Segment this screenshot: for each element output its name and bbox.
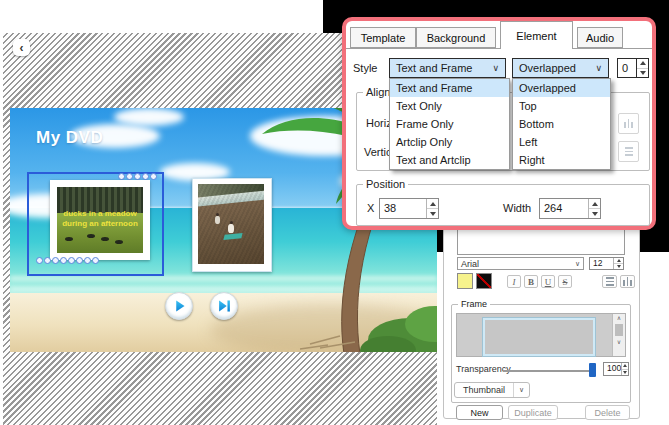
arrow-down-icon	[640, 71, 646, 75]
tab-audio[interactable]: Audio	[577, 27, 623, 48]
option-text-only[interactable]: Text Only	[390, 97, 509, 115]
distribute-vertical-icon	[625, 147, 633, 156]
back-button[interactable]: ‹	[13, 39, 30, 56]
arrow-down-icon	[430, 212, 436, 216]
dvd-menu-title: My DVD	[36, 128, 103, 148]
video-thumbnail-2[interactable]	[192, 178, 272, 272]
style-type-select[interactable]: Text and Frame ∨	[389, 58, 506, 78]
width-value: 264	[540, 199, 588, 218]
spinner-down-button[interactable]	[622, 370, 628, 376]
option-text-and-artclip[interactable]: Text and Artclip	[390, 151, 509, 169]
transparency-label: Transparency	[456, 364, 511, 374]
spinner-up-button[interactable]	[589, 199, 600, 209]
spinner-down-button[interactable]	[589, 209, 600, 218]
scroll-up-icon[interactable]: ∧	[617, 314, 621, 322]
thumbnail-1-image: ducks in a meadow during an afternoon	[57, 187, 143, 253]
arrow-down-icon	[623, 371, 627, 374]
width-spinner[interactable]: 264	[539, 198, 601, 219]
underline-button[interactable]: U	[541, 275, 555, 288]
char-spacing-button[interactable]	[620, 275, 635, 288]
option-bottom[interactable]: Bottom	[513, 115, 610, 133]
char-spacing-icon	[623, 277, 632, 286]
thumbnail-dropdown-button[interactable]: Thumbnail ∨	[454, 382, 530, 398]
duck	[65, 237, 73, 241]
tab-element[interactable]: Element	[500, 21, 573, 49]
delete-button[interactable]: Delete	[585, 405, 630, 420]
new-button[interactable]: New	[456, 405, 503, 420]
frame-style-list[interactable]: ∧ ∨	[456, 313, 626, 357]
style-layout-select[interactable]: Overlapped ∨	[512, 58, 609, 78]
transparency-slider[interactable]	[503, 370, 593, 372]
chevron-down-icon: ∨	[513, 383, 529, 397]
spinner-down-button[interactable]	[427, 209, 438, 218]
ornament-dot	[84, 257, 91, 264]
arrow-up-icon	[592, 202, 598, 206]
option-right[interactable]: Right	[513, 151, 610, 169]
ornament-dot	[118, 173, 125, 180]
ornament-dot	[150, 173, 157, 180]
play-button[interactable]	[165, 292, 193, 320]
ornament-dot	[142, 173, 149, 180]
style-number-value: 0	[618, 59, 636, 77]
width-label: Width	[503, 202, 531, 214]
option-text-and-frame[interactable]: Text and Frame	[390, 79, 509, 97]
ornament-dot	[68, 257, 75, 264]
strikethrough-button[interactable]: S	[558, 275, 572, 288]
option-frame-only[interactable]: Frame Only	[390, 115, 509, 133]
frame-style-item[interactable]	[483, 318, 595, 356]
cloud	[114, 108, 184, 126]
option-artclip-only[interactable]: Artclip Only	[390, 133, 509, 151]
ornament-dot	[60, 257, 67, 264]
skip-next-icon	[215, 297, 233, 315]
thumbnail-2-image	[198, 184, 264, 264]
tab-template[interactable]: Template	[350, 27, 416, 48]
italic-button[interactable]: I	[507, 275, 521, 288]
duck	[87, 234, 95, 238]
position-group-title: Position	[363, 178, 408, 190]
arrow-up-icon	[640, 61, 646, 65]
option-overlapped[interactable]: Overlapped	[513, 79, 610, 97]
style-type-dropdown: Text and Frame Text Only Frame Only Artc…	[389, 78, 510, 170]
frame-group-title: Frame	[458, 299, 490, 309]
distribute-vertical-button[interactable]	[618, 141, 639, 162]
spinner-up-button[interactable]	[427, 199, 438, 209]
next-button[interactable]	[210, 292, 238, 320]
arrow-up-icon	[623, 364, 627, 367]
line-spacing-button[interactable]	[602, 275, 617, 288]
duplicate-button[interactable]: Duplicate	[508, 405, 558, 420]
option-top[interactable]: Top	[513, 97, 610, 115]
x-spinner[interactable]: 38	[379, 198, 439, 219]
arrow-down-icon	[592, 212, 598, 216]
sea-foam	[10, 276, 437, 281]
duck	[101, 237, 109, 241]
tab-background[interactable]: Background	[416, 27, 496, 48]
sea-foam	[10, 287, 437, 291]
text-color-swatch[interactable]	[457, 273, 473, 289]
spinner-down-button[interactable]	[637, 69, 648, 78]
transparency-spinner[interactable]: 100	[603, 362, 629, 376]
play-icon	[170, 297, 188, 315]
style-layout-value: Overlapped	[519, 62, 576, 74]
sand-shading	[210, 304, 437, 352]
spinner-down-button[interactable]	[614, 264, 623, 269]
back-icon: ‹	[20, 42, 24, 54]
font-family-select[interactable]: Arial ∨	[457, 257, 584, 270]
style-layout-dropdown: Overlapped Top Bottom Left Right	[512, 78, 611, 170]
thumbnail-1-caption: ducks in a meadow during an afternoon	[57, 209, 143, 229]
spinner-up-button[interactable]	[637, 59, 648, 69]
scroll-down-icon[interactable]: ∨	[617, 338, 621, 346]
video-thumbnail-1[interactable]: ducks in a meadow during an afternoon	[50, 180, 150, 260]
option-left[interactable]: Left	[513, 133, 610, 151]
distribute-horizontal-button[interactable]	[618, 113, 639, 134]
x-value: 38	[380, 199, 426, 218]
frame-list-scrollbar[interactable]: ∧ ∨	[612, 314, 625, 356]
scrollbar-thumb[interactable]	[615, 324, 623, 336]
style-number-spinner[interactable]: 0	[617, 58, 649, 78]
transparency-slider-handle[interactable]	[589, 363, 596, 377]
thumbnail-button-label: Thumbnail	[455, 385, 513, 395]
chevron-down-icon: ∨	[575, 260, 580, 268]
outline-color-swatch[interactable]	[476, 273, 492, 289]
font-size-spinner[interactable]: 12	[589, 257, 624, 270]
bold-button[interactable]: B	[524, 275, 538, 288]
ornament-dots-bottom	[36, 257, 99, 264]
